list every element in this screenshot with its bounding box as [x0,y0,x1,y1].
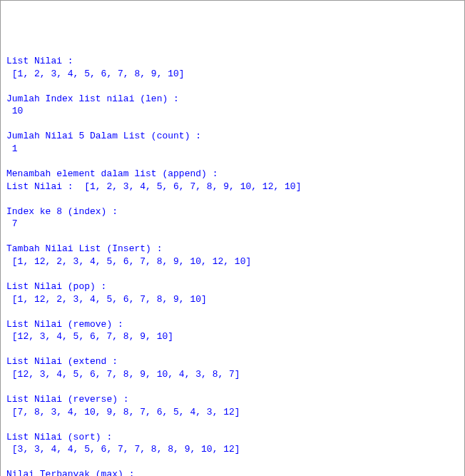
output-line: [3, 3, 4, 4, 5, 6, 7, 7, 8, 8, 9, 10, 12… [6,444,240,455]
output-line: [7, 8, 3, 4, 10, 9, 8, 7, 6, 5, 4, 3, 12… [6,407,240,417]
output-line: [1, 12, 2, 3, 4, 5, 6, 7, 8, 9, 10] [6,294,207,305]
output-line: [1, 2, 3, 4, 5, 6, 7, 8, 9, 10] [6,69,185,79]
output-line: 7 [6,218,18,229]
console-output: List Nilai : [1, 2, 3, 4, 5, 6, 7, 8, 9,… [6,55,459,476]
output-line: List Nilai (remove) : [6,319,123,330]
output-line: Jumlah Index list nilai (len) : [6,93,179,104]
output-line: [12, 3, 4, 5, 6, 7, 8, 9, 10, 4, 3, 8, 7… [6,369,240,380]
output-line: List Nilai (extend : [6,356,118,367]
output-line: Tambah Nilai List (Insert) : [6,243,162,254]
output-line: List Nilai : [6,56,73,66]
output-line: Jumlah Nilai 5 Dalam List (count) : [6,131,201,141]
output-line: Index ke 8 (index) : [6,206,118,217]
output-line: Menambah element dalam list (append) : [6,168,218,179]
output-line: [12, 3, 4, 5, 6, 7, 8, 9, 10] [6,331,173,342]
output-line: List Nilai : [1, 2, 3, 4, 5, 6, 7, 8, 9,… [6,181,301,192]
output-line: [1, 12, 2, 3, 4, 5, 6, 7, 8, 9, 10, 12, … [6,256,251,267]
output-line: 1 [6,143,18,154]
output-line: List Nilai (reverse) : [6,394,129,405]
output-line: List Nilai (pop) : [6,281,106,292]
output-line: List Nilai (sort) : [6,432,112,442]
output-line: 10 [6,106,23,116]
output-line: Nilai Terbanyak (max) : [6,469,134,476]
